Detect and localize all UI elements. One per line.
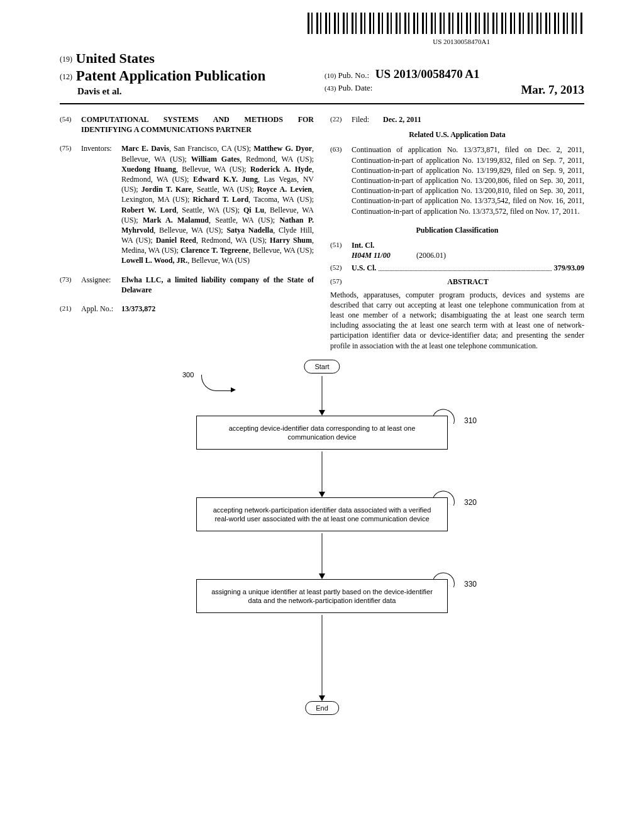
barcode-graphic: [308, 13, 584, 34]
continuation-text: Continuation of application No. 13/373,8…: [352, 145, 584, 216]
flowchart-line-2: [322, 451, 323, 493]
applno-label: Appl. No.:: [81, 304, 121, 314]
flowchart-300-arrow: [201, 375, 233, 391]
country-num: (19): [60, 55, 72, 64]
filed-label: Filed:: [352, 114, 383, 124]
flowchart-arrow-1: [319, 410, 325, 416]
continuation-num: (63): [330, 145, 352, 216]
applno-value: 13/373,872: [121, 304, 314, 314]
flowchart-line-3: [322, 533, 323, 575]
applno-section: (21) Appl. No.: 13/373,872: [60, 304, 314, 314]
divider: [60, 103, 584, 104]
flowchart-end: End: [305, 701, 339, 715]
intcl-num: (51): [330, 240, 352, 262]
pubdate-num: (43): [325, 84, 336, 92]
applno-num: (21): [60, 304, 81, 314]
filed-section: (22) Filed: Dec. 2, 2011: [330, 114, 584, 124]
uscl-label: U.S. Cl.: [352, 263, 376, 273]
authors-line: Davis et al.: [60, 86, 319, 97]
flowchart-start: Start: [304, 360, 340, 374]
related-heading: Related U.S. Application Data: [330, 130, 584, 140]
inventors-list: Marc E. Davis, San Francisco, CA (US); M…: [121, 143, 314, 265]
title-section: (54) COMPUTATIONAL SYSTEMS AND METHODS F…: [60, 114, 314, 135]
flowchart-300-arrowhead: [231, 387, 236, 392]
intcl-row: H04M 11/00 (2006.01): [352, 250, 584, 260]
uscl-dots: [379, 263, 551, 271]
abstract-heading-row: (57) ABSTRACT: [330, 277, 584, 287]
flowchart: 300 Start accepting device-identifier da…: [60, 360, 584, 750]
flowchart-arrow-4: [319, 695, 325, 701]
flowchart-line-1: [322, 376, 323, 411]
title-num: (54): [60, 114, 81, 135]
flowchart-step2-num: 320: [464, 498, 477, 507]
inventors-label: Inventors:: [81, 143, 121, 265]
pubclass-heading: Publication Classification: [330, 225, 584, 235]
flowchart-step-1: accepting device-identifier data corresp…: [196, 416, 448, 450]
pubdate-label: Pub. Date:: [338, 83, 373, 92]
columns: (54) COMPUTATIONAL SYSTEMS AND METHODS F…: [60, 114, 584, 351]
continuation-section: (63) Continuation of application No. 13/…: [330, 145, 584, 216]
assignee-label: Assignee:: [81, 275, 121, 295]
filed-num: (22): [330, 114, 352, 124]
inventors-section: (75) Inventors: Marc E. Davis, San Franc…: [60, 143, 314, 265]
assignee-section: (73) Assignee: Elwha LLC, a limited liab…: [60, 275, 314, 295]
abstract-text: Methods, apparatuses, computer program p…: [330, 290, 584, 351]
intcl-section: (51) Int. Cl. H04M 11/00 (2006.01): [330, 240, 584, 262]
flowchart-arrow-3: [319, 573, 325, 579]
flowchart-label-300: 300: [182, 371, 194, 379]
intcl-year: (2006.01): [416, 251, 446, 260]
publication-type-line: (12) Patent Application Publication: [60, 68, 319, 84]
pub-type: Patent Application Publication: [76, 68, 266, 84]
flowchart-step-2: accepting network-participation identifi…: [196, 497, 448, 532]
intcl-code: H04M 11/00: [352, 250, 414, 260]
flowchart-arrow-2: [319, 492, 325, 497]
patent-title: COMPUTATIONAL SYSTEMS AND METHODS FOR ID…: [81, 114, 314, 135]
pub-type-num: (12): [60, 72, 72, 81]
pubno-value: US 2013/0058470 A1: [375, 67, 480, 80]
barcode-area: US 20130058470A1: [60, 13, 584, 45]
country-line: (19) United States: [60, 50, 319, 67]
pub-number-line: (10) Pub. No.: US 2013/0058470 A1: [325, 67, 584, 81]
barcode-number: US 20130058470A1: [60, 38, 490, 45]
inventors-num: (75): [60, 143, 81, 265]
assignee-num: (73): [60, 275, 81, 295]
uscl-num: (52): [330, 263, 352, 273]
right-column: (22) Filed: Dec. 2, 2011 Related U.S. Ap…: [330, 114, 584, 351]
header-row: (19) United States (12) Patent Applicati…: [60, 50, 584, 97]
abstract-label: ABSTRACT: [447, 277, 488, 286]
flowchart-line-4: [322, 615, 323, 697]
left-column: (54) COMPUTATIONAL SYSTEMS AND METHODS F…: [60, 114, 314, 351]
flowchart-step1-num: 310: [464, 416, 477, 425]
abstract-num: (57): [330, 277, 352, 287]
pubno-num: (10): [325, 72, 336, 79]
country: United States: [76, 50, 155, 66]
flowchart-step3-num: 330: [464, 580, 477, 589]
uscl-value: 379/93.09: [554, 263, 584, 273]
pubno-label: Pub. No.:: [338, 70, 369, 80]
intcl-label: Int. Cl.: [352, 240, 584, 250]
pubdate-value: Mar. 7, 2013: [521, 83, 584, 97]
assignee-value: Elwha LLC, a limited liability company o…: [121, 275, 314, 295]
uscl-section: (52) U.S. Cl. 379/93.09: [330, 263, 584, 273]
flowchart-step-3: assigning a unique identifier at least p…: [196, 579, 448, 614]
pub-date-line: (43) Pub. Date: Mar. 7, 2013: [325, 83, 584, 93]
filed-value: Dec. 2, 2011: [383, 114, 421, 124]
